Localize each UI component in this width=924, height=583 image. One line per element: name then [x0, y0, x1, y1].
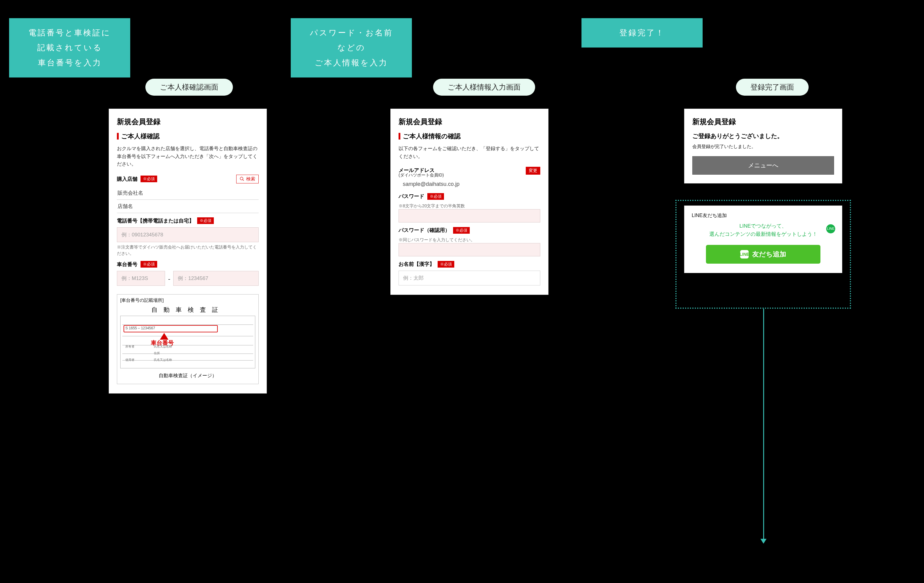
- search-button[interactable]: 検索: [236, 175, 259, 183]
- search-label: 検索: [246, 176, 255, 182]
- name-input[interactable]: 例：太郎: [399, 271, 540, 285]
- chassis-input-b[interactable]: 例：1234567: [173, 271, 259, 286]
- screen2-section: ご本人様情報の確認: [403, 132, 460, 140]
- cert-text: 氏名又は名称: [154, 344, 172, 349]
- screen1-desc: おクルマを購入された店舗を選択し、電話番号と自動車検査証の車台番号を以下フォーム…: [117, 145, 259, 168]
- svg-line-1: [243, 180, 244, 181]
- screen1: 新規会員登録 ご本人様確認 おクルマを購入された店舗を選択し、電話番号と自動車検…: [109, 109, 267, 393]
- screen1-title: 新規会員登録: [117, 117, 259, 127]
- email-value: sample@daihatsu.co.jp: [403, 181, 540, 188]
- search-icon: [239, 176, 244, 181]
- pw2-note: ※同じパスワードを入力してください。: [399, 237, 540, 243]
- required-badge: ※必須: [140, 261, 157, 268]
- store-label: 購入店舗: [117, 176, 137, 183]
- name-label: お名前【漢字】: [399, 261, 435, 268]
- pw-note: ※8文字から20文字までの半角英数: [399, 203, 540, 209]
- chassis-separator: -: [168, 275, 170, 283]
- step2-teal: パスワード・お名前 などの ご本人情報を入力: [291, 18, 412, 77]
- cert-heading: [車台番号の記載場所]: [120, 298, 255, 303]
- password-confirm-input[interactable]: [399, 243, 540, 256]
- svg-point-0: [240, 177, 243, 180]
- step3-pill: 登録完了画面: [736, 79, 808, 96]
- required-badge: ※必須: [453, 227, 470, 234]
- cert-sample: S 1655 – 1234567: [125, 326, 155, 330]
- email-sublabel: (ダイハツポート会員ID): [399, 173, 526, 178]
- done-text: 会員登録が完了いたしました。: [692, 144, 834, 150]
- password-input[interactable]: [399, 209, 540, 222]
- highlight-frame: [675, 200, 851, 309]
- cert-text: 住所: [154, 351, 160, 356]
- screen2: 新規会員登録 ご本人様情報の確認 以下の各フォームをご確認いただき、「登録する」…: [391, 109, 548, 295]
- pw-label: パスワード: [399, 193, 424, 200]
- change-button[interactable]: 変更: [526, 167, 540, 175]
- screen1-section: ご本人様確認: [121, 132, 160, 140]
- screen2-desc: 以下の各フォームをご確認いただき、「登録する」をタップしてください。: [399, 145, 540, 160]
- shop-name: 店舗名: [117, 200, 259, 213]
- chassis-label: 車台番号: [117, 261, 137, 268]
- pw2-label: パスワード（確認用）: [399, 227, 450, 234]
- phone-label: 電話番号【携帯電話または自宅】: [117, 217, 194, 224]
- required-badge: ※必須: [197, 217, 214, 224]
- arrow-down-icon: [761, 539, 767, 543]
- step2-pill: ご本人様情報入力画面: [433, 79, 535, 96]
- redbar: [117, 133, 119, 140]
- cert-title: 自動車検査証: [120, 306, 255, 314]
- cert-caption: 自動車検査証（イメージ）: [120, 373, 255, 379]
- company-name: 販売会社名: [117, 186, 259, 200]
- cert-text: 所有者: [125, 344, 134, 349]
- menu-button[interactable]: メニューへ: [692, 156, 834, 175]
- arrow-up-icon: [160, 333, 168, 339]
- required-badge: ※必須: [140, 176, 157, 182]
- chassis-input-a[interactable]: 例：M123S: [117, 271, 165, 286]
- screen2-title: 新規会員登録: [399, 117, 540, 127]
- cert-text: 使用者: [125, 358, 134, 362]
- required-badge: ※必須: [427, 193, 444, 200]
- certificate-diagram: [車台番号の記載場所] 自動車検査証 S 1655 – 1234567 車台番号…: [117, 294, 259, 384]
- screen3: 新規会員登録 ご登録ありがとうございました。 会員登録が完了いたしました。 メニ…: [685, 109, 842, 183]
- step1-pill: ご本人様確認画面: [145, 79, 233, 96]
- thanks-text: ご登録ありがとうございました。: [692, 132, 834, 140]
- step3-teal: 登録完了！: [581, 18, 703, 48]
- cert-text: 氏名又は名称: [154, 358, 172, 362]
- connector-line: [763, 309, 764, 539]
- step1-teal: 電話番号と車検証に 記載されている 車台番号を入力: [9, 18, 130, 77]
- required-badge: ※必須: [437, 261, 454, 268]
- cert-table: S 1655 – 1234567 車台番号 所有者 使用者 氏名又は名称 住所 …: [120, 316, 255, 368]
- phone-note: ※注文書等でダイハツ販売会社へお届けいただいた電話番号を入力してください。: [117, 244, 259, 257]
- redbar: [399, 133, 400, 140]
- phone-input[interactable]: 例：09012345678: [117, 227, 259, 242]
- screen3-title: 新規会員登録: [692, 117, 834, 127]
